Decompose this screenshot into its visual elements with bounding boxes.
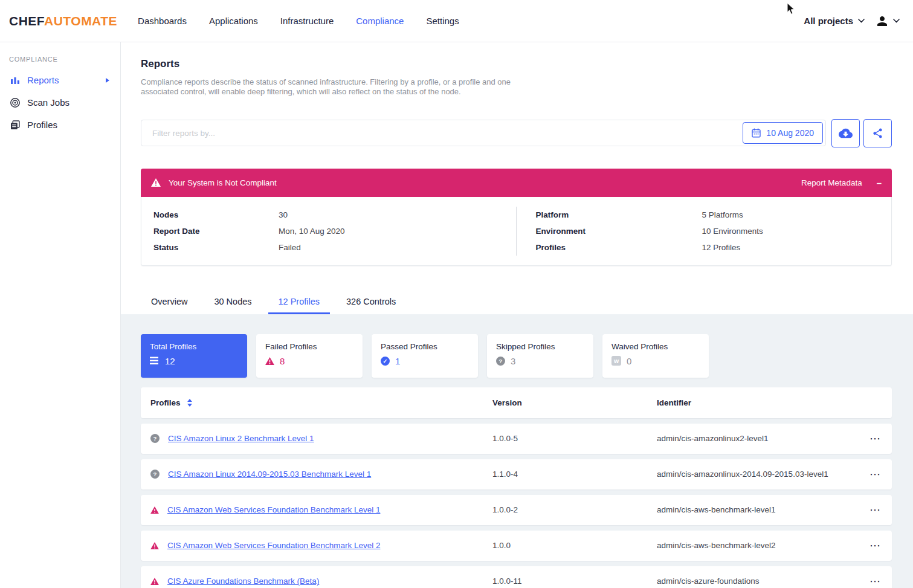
profile-link[interactable]: CIS Amazon Web Services Foundation Bench… xyxy=(167,505,380,514)
card-label: Waived Profiles xyxy=(611,342,700,351)
sort-toggle[interactable] xyxy=(187,399,192,407)
profile-link[interactable]: CIS Amazon Linux 2 Benchmark Level 1 xyxy=(168,434,314,443)
column-profiles: Profiles xyxy=(150,398,181,407)
profile-version: 1.0.0 xyxy=(492,541,657,550)
sort-desc-icon xyxy=(187,404,192,407)
metadata-label: Report Date xyxy=(153,223,279,239)
failed-profiles-card[interactable]: Failed Profiles 8 xyxy=(256,334,363,378)
tab-controls[interactable]: 326 Controls xyxy=(336,291,406,314)
report-metadata-label: Report Metadata xyxy=(801,178,862,187)
projects-dropdown[interactable]: All projects xyxy=(804,16,865,26)
chef-automate-logo[interactable]: CHEFAUTOMATE xyxy=(9,14,117,28)
filter-reports-input[interactable] xyxy=(141,129,743,138)
profile-link[interactable]: CIS Amazon Linux 2014.09-2015.03 Benchma… xyxy=(168,470,371,479)
metadata-row: Report Date Mon, 10 Aug 2020 xyxy=(153,223,504,239)
sidebar-item-label: Scan Jobs xyxy=(27,97,69,108)
profile-identifier: admin/cis-amazonlinux2-level1 xyxy=(657,434,864,443)
table-row: CIS Amazon Web Services Foundation Bench… xyxy=(141,495,892,525)
collapse-metadata-button[interactable]: – xyxy=(877,178,882,187)
sidebar-item-profiles[interactable]: Profiles xyxy=(0,114,120,136)
profile-identifier: admin/cis-amazonlinux-2014.09-2015.03-le… xyxy=(657,470,864,479)
total-profiles-card[interactable]: Total Profiles 12 xyxy=(141,334,247,378)
user-menu[interactable] xyxy=(875,14,900,28)
failed-triangle-icon xyxy=(150,542,159,549)
metadata-row: Platform 5 Platforms xyxy=(536,207,880,223)
tab-nodes[interactable]: 30 Nodes xyxy=(204,291,262,314)
profile-version: 1.0.0-2 xyxy=(492,505,657,514)
profile-status-cards: Total Profiles 12 Failed Profiles 8 Pass… xyxy=(141,334,892,378)
cloud-download-icon xyxy=(839,126,853,140)
sidebar-section-title: COMPLIANCE xyxy=(9,56,120,63)
metadata-label: Profiles xyxy=(536,239,702,256)
column-identifier: Identifier xyxy=(657,398,864,407)
metadata-value: 12 Profiles xyxy=(702,239,741,256)
date-picker-button[interactable]: 10 Aug 2020 xyxy=(743,122,823,144)
date-picker-value: 10 Aug 2020 xyxy=(766,128,814,138)
table-row: ? CIS Amazon Linux 2014.09-2015.03 Bench… xyxy=(141,459,892,489)
chevron-down-icon xyxy=(893,19,900,23)
waived-profiles-card[interactable]: Waived Profiles w 0 xyxy=(602,334,709,378)
bar-chart-icon xyxy=(9,76,21,85)
user-icon xyxy=(875,14,889,28)
skipped-question-icon: ? xyxy=(150,470,160,479)
report-metadata-panel: Nodes 30 Report Date Mon, 10 Aug 2020 St… xyxy=(141,197,892,266)
tab-profiles[interactable]: 12 Profiles xyxy=(268,291,331,314)
metadata-value: 30 xyxy=(279,207,288,223)
sidebar-item-reports[interactable]: Reports xyxy=(0,69,120,91)
metadata-label: Platform xyxy=(536,207,702,223)
sort-asc-icon xyxy=(187,399,192,402)
metadata-value: Failed xyxy=(279,239,301,256)
failed-triangle-icon xyxy=(265,357,274,365)
metadata-row: Environment 10 Environments xyxy=(536,223,880,239)
failed-triangle-icon xyxy=(150,578,159,585)
profile-link[interactable]: CIS Azure Foundations Benchmark (Beta) xyxy=(167,577,319,586)
passed-profiles-card[interactable]: Passed Profiles ✓ 1 xyxy=(372,334,478,378)
card-label: Failed Profiles xyxy=(265,342,353,351)
metadata-label: Nodes xyxy=(153,207,279,223)
caret-right-icon xyxy=(106,78,109,83)
compliance-alert-banner: Your System is Not Compliant Report Meta… xyxy=(141,169,892,197)
skipped-profiles-card[interactable]: Skipped Profiles ? 3 xyxy=(487,334,593,378)
metadata-value: Mon, 10 Aug 2020 xyxy=(279,223,345,239)
documents-icon xyxy=(9,120,21,130)
metadata-label: Status xyxy=(153,239,279,256)
profile-version: 1.0.0-11 xyxy=(492,577,657,586)
calendar-icon xyxy=(752,128,761,138)
share-report-button[interactable] xyxy=(863,119,892,147)
sidebar-item-scan-jobs[interactable]: Scan Jobs xyxy=(0,91,120,114)
card-value: 1 xyxy=(395,356,400,366)
main-nav: Dashboards Applications Infrastructure C… xyxy=(138,16,459,26)
metadata-value: 5 Platforms xyxy=(702,207,743,223)
metadata-row: Nodes 30 xyxy=(153,207,504,223)
page-title: Reports xyxy=(141,58,892,70)
nav-applications[interactable]: Applications xyxy=(209,16,258,26)
nav-compliance[interactable]: Compliance xyxy=(356,16,404,26)
profile-version: 1.1.0-4 xyxy=(492,470,657,479)
share-icon xyxy=(872,128,883,139)
radar-icon xyxy=(9,97,21,108)
sidebar-item-label: Profiles xyxy=(27,120,57,130)
profiles-table: Profiles Version Identifier ? CIS Amazon… xyxy=(141,387,892,588)
skipped-question-icon: ? xyxy=(150,434,160,443)
card-label: Skipped Profiles xyxy=(496,342,584,351)
chevron-down-icon xyxy=(858,19,865,23)
report-tabs: Overview 30 Nodes 12 Profiles 326 Contro… xyxy=(141,291,892,314)
page-description: Compliance reports describe the status o… xyxy=(141,77,514,97)
profile-version: 1.0.0-5 xyxy=(492,434,657,443)
filter-box: 10 Aug 2020 xyxy=(141,120,826,146)
nav-dashboards[interactable]: Dashboards xyxy=(138,16,187,26)
table-row: CIS Azure Foundations Benchmark (Beta) 1… xyxy=(141,566,892,588)
skipped-question-icon: ? xyxy=(496,357,505,366)
card-value: 3 xyxy=(511,356,515,366)
filter-toolbar: 10 Aug 2020 xyxy=(141,119,892,147)
tab-overview[interactable]: Overview xyxy=(141,291,198,314)
metadata-label: Environment xyxy=(536,223,702,239)
main-content: Reports Compliance reports describe the … xyxy=(121,42,913,588)
download-report-button[interactable] xyxy=(831,119,860,147)
profile-link[interactable]: CIS Amazon Web Services Foundation Bench… xyxy=(167,541,380,550)
card-value: 12 xyxy=(165,356,175,366)
metadata-row: Profiles 12 Profiles xyxy=(536,239,880,256)
nav-settings[interactable]: Settings xyxy=(426,16,459,26)
nav-infrastructure[interactable]: Infrastructure xyxy=(280,16,334,26)
metadata-value: 10 Environments xyxy=(702,223,763,239)
